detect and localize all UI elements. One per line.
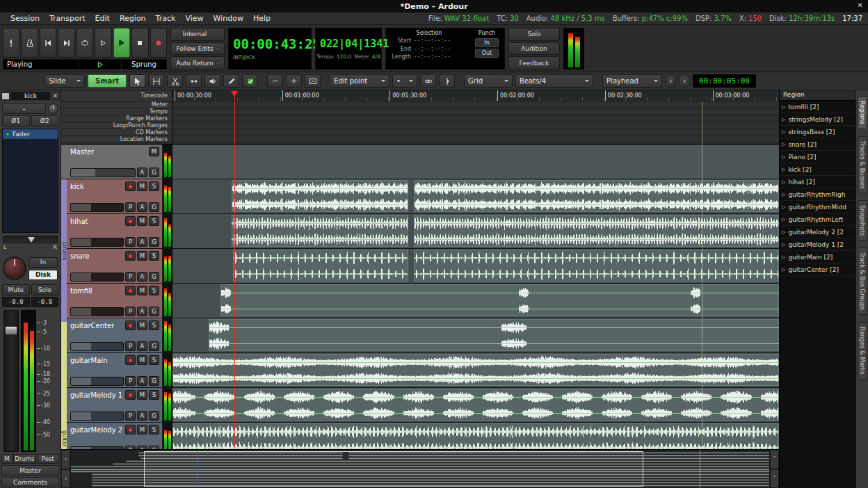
expander-icon[interactable]: ▷	[782, 179, 785, 185]
expander-icon[interactable]: ▷	[782, 242, 785, 247]
go-to-start-button[interactable]	[40, 28, 56, 58]
track-g-button[interactable]: G	[149, 341, 159, 351]
edit-point-combo[interactable]: Edit point	[330, 74, 389, 88]
midi-panic-button[interactable]	[3, 28, 19, 58]
track-m-button[interactable]: M	[149, 147, 159, 156]
track-p-button[interactable]: P	[125, 411, 136, 421]
track-lane[interactable]	[172, 179, 779, 213]
track-g-button[interactable]: G	[149, 202, 159, 212]
region-item-guitarrhythmrigh[interactable]: ▷guitarRhythmRigh	[780, 188, 855, 201]
monitor-disk-button[interactable]: Disk	[29, 270, 58, 280]
scroll-up-button[interactable]: ˄	[770, 450, 779, 469]
trim-knob[interactable]	[48, 104, 58, 114]
track-a-button[interactable]: A	[137, 202, 147, 212]
punch-out-button[interactable]: Out	[475, 49, 499, 58]
scroll-right-button[interactable]: ›	[61, 469, 70, 488]
track-header[interactable]: guitarCenterMSPAG	[67, 318, 163, 352]
menu-track[interactable]: Track	[151, 14, 181, 23]
internal-edit-tool-button[interactable]	[242, 74, 258, 88]
expander-icon[interactable]: ▷	[782, 129, 785, 135]
track-lane[interactable]	[172, 145, 779, 179]
record-button[interactable]	[150, 28, 167, 58]
track-m-button[interactable]: M	[137, 355, 147, 365]
track-p-button[interactable]: P	[125, 237, 136, 247]
track-s-button[interactable]: S	[149, 425, 159, 434]
track-gain-slider[interactable]	[70, 273, 124, 282]
record-arm-button[interactable]	[125, 181, 136, 191]
track-s-button[interactable]: S	[149, 251, 159, 261]
ruler-row-tempo[interactable]: Tempo	[61, 108, 779, 115]
shuttle-mode-selector[interactable]: Sprung	[122, 60, 166, 69]
region-item-kick-2[interactable]: ▷kick [2]	[780, 163, 855, 176]
pan-thumb[interactable]	[28, 237, 35, 246]
region-item-hihat-2[interactable]: ▷hihat [2]	[780, 176, 855, 188]
region-item-guitarmain-2[interactable]: ▷guitarMain [2]	[780, 251, 855, 263]
track-lane[interactable]	[172, 284, 779, 318]
track-g-button[interactable]: G	[149, 272, 159, 282]
track-gain-slider[interactable]	[70, 238, 124, 247]
menu-transport[interactable]: Transport	[45, 14, 90, 23]
master-strip-button[interactable]: Master	[1, 465, 59, 475]
group-tab-drums[interactable]: Drums	[61, 180, 67, 322]
side-tab-ranges-marks[interactable]: Ranges & Marks	[858, 322, 867, 380]
side-tab-snapshots[interactable]: Snapshots	[858, 200, 867, 241]
nudge-clock[interactable]: 00:00:05:00	[693, 74, 756, 88]
track-header[interactable]: guitarMelody 2MSPAG	[67, 423, 163, 449]
region-item-guitarcenter-2[interactable]: ▷guitarCenter [2]	[780, 263, 855, 276]
feedback-button[interactable]: Feedback	[508, 56, 560, 70]
region-item-stringsmelody-2[interactable]: ▷stringsMelody [2]	[780, 113, 855, 126]
track-g-button[interactable]: G	[149, 168, 159, 177]
menu-region[interactable]: Region	[115, 14, 151, 23]
gain-fader[interactable]	[3, 310, 19, 452]
menu-help[interactable]: Help	[248, 14, 275, 23]
group-tab-guitar[interactable]: guitar	[61, 322, 67, 449]
side-tab-track-bus-groups[interactable]: Track & Bus Groups	[858, 247, 867, 315]
tempo-value[interactable]: 120.0	[337, 54, 351, 60]
ruler-row-range-markers[interactable]: Range Markers	[61, 115, 779, 122]
track-m-button[interactable]: M	[137, 425, 147, 434]
processor-fader-entry[interactable]: Fader	[3, 129, 58, 139]
zoom-in-button[interactable]: +	[286, 74, 302, 88]
track-a-button[interactable]: A	[137, 376, 147, 386]
expander-icon[interactable]: ▷	[782, 104, 785, 110]
expander-icon[interactable]: ▷	[782, 267, 785, 273]
track-s-button[interactable]: S	[149, 355, 159, 365]
punch-in-button[interactable]: In	[475, 38, 499, 47]
track-s-button[interactable]: S	[149, 286, 159, 295]
expander-icon[interactable]: ▷	[782, 117, 785, 122]
ruler-lane-loop-punch-ranges[interactable]	[172, 122, 779, 129]
summary-minimap[interactable]	[71, 450, 769, 488]
mixer-tab-post[interactable]: Post	[37, 454, 60, 464]
ruler-lane-timecode[interactable]: 00:00:30:0000:01:00:0000:01:30:0000:02:0…	[172, 90, 779, 101]
track-g-button[interactable]: G	[149, 376, 159, 386]
group-color-strip[interactable]	[61, 145, 67, 179]
ruler-lane-location-markers[interactable]	[172, 136, 779, 143]
processor-active-led[interactable]	[6, 132, 10, 136]
solo-button[interactable]: Solo	[508, 28, 560, 41]
edit-mode-combo[interactable]: Slide	[45, 74, 85, 88]
mixer-track-name[interactable]: kick	[11, 92, 50, 100]
track-gain-slider[interactable]	[70, 307, 124, 316]
side-tab-tracks-busses[interactable]: Tracks & Busses	[858, 136, 867, 193]
track-header[interactable]: kickMSPAG	[67, 179, 163, 213]
session-end-marker[interactable]	[702, 101, 702, 449]
menu-view[interactable]: View	[180, 14, 208, 23]
monitor-knob[interactable]	[3, 257, 26, 280]
play-range-button[interactable]	[95, 28, 111, 58]
mute-button[interactable]: Mute	[2, 284, 30, 295]
loop-button[interactable]	[77, 28, 93, 58]
track-s-button[interactable]: S	[149, 320, 159, 330]
track-lane[interactable]	[172, 388, 779, 422]
track-g-button[interactable]: G	[149, 446, 159, 449]
ruler-row-timecode[interactable]: Timecode00:00:30:0000:01:00:0000:01:30:0…	[61, 90, 779, 101]
link-object-range-button[interactable]	[420, 74, 436, 88]
window-close-button[interactable]: ✕	[858, 1, 863, 9]
expander-icon[interactable]: ▷	[782, 204, 785, 210]
peak-display[interactable]: -0.0	[31, 297, 59, 307]
track-m-button[interactable]: M	[137, 286, 147, 295]
track-header[interactable]: MasterMAG	[67, 145, 163, 179]
track-g-button[interactable]: G	[149, 237, 159, 247]
expander-icon[interactable]: ▷	[782, 154, 785, 160]
record-arm-button[interactable]	[125, 216, 136, 226]
menu-window[interactable]: Window	[209, 14, 248, 23]
